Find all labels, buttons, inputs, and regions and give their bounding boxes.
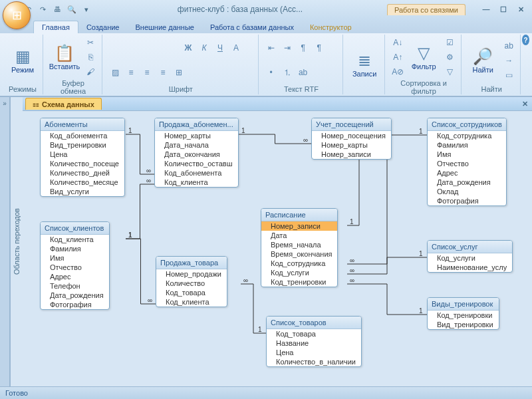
table-title[interactable]: Список_услуг — [428, 241, 512, 253]
table-title[interactable]: Продажа_товара — [156, 257, 227, 269]
field[interactable]: Код_клиента — [155, 178, 238, 187]
field[interactable]: Код_тренировки — [261, 277, 337, 287]
field[interactable]: Вид_услуги — [41, 187, 124, 196]
field[interactable]: Цена — [41, 150, 124, 159]
goto-icon[interactable]: → — [501, 54, 516, 67]
close-button[interactable]: ✕ — [513, 4, 528, 15]
table-Список_услуг[interactable]: Список_услугКод_услугиНаименование_услу — [427, 240, 513, 273]
increase-indent-icon[interactable]: ⇥ — [280, 41, 295, 55]
table-title[interactable]: Список_клиентов — [41, 222, 109, 235]
table-Список_клиентов[interactable]: Список_клиентовКод_клиентаФамилияИмяОтче… — [40, 221, 110, 310]
field[interactable]: Имя — [428, 150, 506, 159]
rtl-icon[interactable]: ¶ — [312, 41, 327, 55]
table-title[interactable]: Продажа_абонемен... — [155, 118, 238, 131]
print-icon[interactable]: 🖶 — [51, 3, 64, 16]
decrease-indent-icon[interactable]: ⇤ — [264, 41, 279, 55]
table-Учет_посещений[interactable]: Учет_посещенийНомер_посещенияНомер_карты… — [311, 118, 392, 160]
field[interactable]: Количество_дней — [41, 168, 124, 178]
field[interactable]: Номер_посещения — [312, 131, 391, 140]
field[interactable]: Наименование_услу — [428, 263, 512, 272]
field[interactable]: Код_клиента — [156, 297, 227, 307]
field[interactable]: Дата_окончания — [155, 150, 238, 159]
field[interactable]: Код_абонемента — [41, 131, 124, 140]
table-title[interactable]: Список_сотрудников — [428, 118, 506, 131]
navigation-pane-label[interactable]: Область переходов — [10, 97, 23, 386]
records-button[interactable]: ≣Записи — [348, 43, 380, 86]
field[interactable]: Имя — [41, 253, 109, 263]
table-Абонементы[interactable]: АбонементыКод_абонементаВид_тренировкиЦе… — [40, 118, 125, 197]
tab-Главная[interactable]: Главная — [33, 21, 78, 33]
maximize-button[interactable]: ☐ — [496, 4, 511, 15]
field[interactable]: Количество_в_наличии — [267, 357, 361, 366]
field[interactable]: Время_начала — [261, 240, 337, 249]
qat-more-icon[interactable]: ▾ — [80, 3, 93, 16]
font-color-button[interactable]: A — [229, 41, 243, 55]
font-size-selector[interactable] — [156, 41, 180, 55]
field[interactable]: Код_тренировки — [428, 311, 499, 320]
field[interactable]: Код_товара — [267, 329, 361, 338]
italic-button[interactable]: К — [197, 41, 211, 55]
filter-button[interactable]: ▽Фильтр — [408, 36, 440, 78]
field[interactable]: Отчество — [428, 159, 506, 168]
field[interactable]: Количество_оставш — [155, 159, 238, 168]
field[interactable]: Фамилия — [428, 140, 506, 150]
table-Расписание[interactable]: РасписаниеНомер_записиДатаВремя_началаВр… — [261, 208, 338, 287]
cut-icon[interactable]: ✂ — [83, 36, 98, 49]
underline-button[interactable]: Ч — [213, 41, 227, 55]
font-selector[interactable] — [108, 41, 154, 55]
bullets-icon[interactable]: • — [264, 66, 279, 79]
format-painter-icon[interactable]: 🖌 — [83, 65, 98, 78]
redo-icon[interactable]: ↷ — [36, 3, 49, 16]
field[interactable]: Фамилия — [41, 244, 109, 253]
field[interactable]: Фотография — [41, 300, 109, 309]
field[interactable]: Фотография — [428, 196, 506, 205]
numbering-icon[interactable]: ⒈ — [280, 66, 295, 79]
field[interactable]: Код_сотрудника — [428, 131, 506, 140]
minimize-button[interactable]: — — [479, 4, 493, 15]
clear-sort-icon[interactable]: A⊘ — [390, 65, 405, 78]
table-Список_товаров[interactable]: Список_товаровКод_товараНазваниеЦенаКоли… — [266, 316, 362, 367]
sort-desc-icon[interactable]: A↑ — [390, 51, 405, 64]
field[interactable]: Адрес — [41, 272, 109, 281]
find-button[interactable]: 🔎Найти — [467, 39, 499, 82]
field[interactable]: Код_сотрудника — [261, 259, 337, 268]
field[interactable]: Вид_тренировки — [41, 140, 124, 150]
tab-Создание[interactable]: Создание — [78, 21, 128, 33]
ltr-icon[interactable]: ¶ — [296, 41, 311, 55]
select-icon[interactable]: ▭ — [501, 68, 516, 82]
field[interactable]: Код_клиента — [41, 235, 109, 244]
nav-pane-toggle[interactable]: » — [0, 97, 10, 386]
field[interactable]: Адрес — [428, 168, 506, 178]
tab-Внешние данные[interactable]: Внешние данные — [128, 21, 202, 33]
field[interactable]: Отчество — [41, 263, 109, 272]
field[interactable]: Код_услуги — [428, 253, 512, 263]
table-Продажа_товара[interactable]: Продажа_товараНомер_продажиКоличествоКод… — [156, 256, 227, 307]
field[interactable]: Телефон — [41, 281, 109, 291]
close-tab-button[interactable]: ✕ — [522, 100, 528, 108]
field[interactable]: Номер_карты — [312, 140, 391, 150]
field[interactable]: Вид_тренировки — [428, 320, 499, 329]
highlight-icon[interactable]: ab — [296, 66, 311, 79]
field[interactable]: Код_абонемента — [155, 168, 238, 178]
field[interactable]: Название — [267, 338, 361, 348]
table-Список_сотрудников[interactable]: Список_сотрудниковКод_сотрудникаФамилияИ… — [427, 118, 507, 206]
selection-filter-icon[interactable]: ☑ — [442, 36, 457, 49]
field[interactable]: Код_товара — [156, 288, 227, 297]
copy-icon[interactable]: ⎘ — [83, 51, 98, 64]
tab-Конструктор[interactable]: Конструктор — [302, 21, 360, 33]
field[interactable]: Дата_начала — [155, 140, 238, 150]
field[interactable]: Количество_посеще — [41, 159, 124, 168]
replace-icon[interactable]: ab — [501, 39, 516, 53]
align-left-icon[interactable]: ≡ — [124, 66, 138, 79]
table-title[interactable]: Виды_тренировок — [428, 298, 499, 311]
gridlines-icon[interactable]: ⊞ — [172, 66, 186, 79]
view-mode-button[interactable]: ▦Режим — [7, 39, 39, 82]
advanced-filter-icon[interactable]: ⚙ — [442, 51, 457, 64]
table-Виды_тренировок[interactable]: Виды_тренировокКод_тренировкиВид_трениро… — [427, 297, 499, 330]
field[interactable]: Код_услуги — [261, 268, 337, 277]
zoom-icon[interactable]: 🔍 — [65, 3, 78, 16]
toggle-filter-icon[interactable]: ▽ — [442, 65, 457, 78]
field[interactable]: Время_окончания — [261, 249, 337, 259]
field[interactable]: Номер_продажи — [156, 269, 227, 279]
table-title[interactable]: Список_товаров — [267, 317, 361, 329]
